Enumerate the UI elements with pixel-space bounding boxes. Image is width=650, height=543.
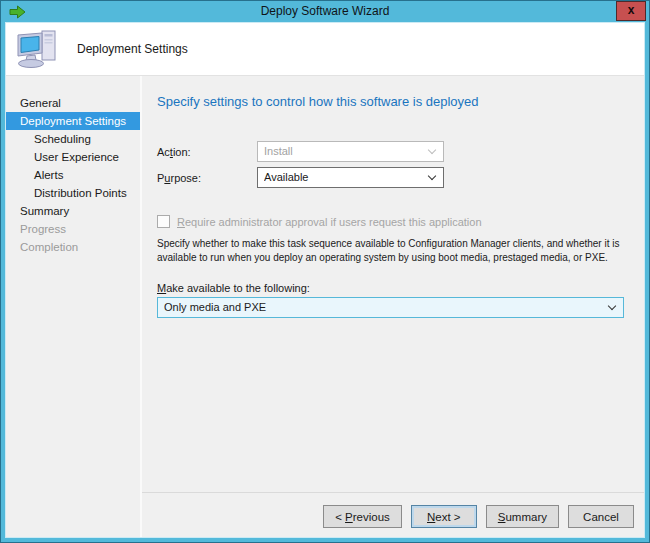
approval-label: Require administrator approval if users …	[177, 216, 482, 228]
purpose-dropdown[interactable]: Available	[257, 167, 444, 188]
cancel-button[interactable]: Cancel	[568, 505, 634, 528]
sidebar-item-user-experience[interactable]: User Experience	[6, 148, 140, 166]
window-title: Deploy Software Wizard	[1, 4, 649, 18]
content-panel: Specify settings to control how this sof…	[142, 76, 644, 492]
sidebar-item-general[interactable]: General	[6, 94, 140, 112]
action-value: Install	[264, 142, 429, 161]
approval-row: Require administrator approval if users …	[157, 215, 624, 228]
close-icon: x	[628, 3, 635, 17]
client-area: Deployment Settings General Deployment S…	[6, 23, 644, 537]
sidebar-item-deployment-settings[interactable]: Deployment Settings	[6, 112, 140, 130]
wizard-header: Deployment Settings	[6, 23, 644, 76]
sidebar-item-alerts[interactable]: Alerts	[6, 166, 140, 184]
approval-checkbox	[157, 215, 170, 228]
chevron-down-icon	[608, 301, 616, 309]
sidebar-item-progress: Progress	[6, 220, 140, 238]
make-available-wrap: Only media and PXE	[157, 297, 624, 318]
action-dropdown: Install	[257, 141, 444, 162]
previous-button[interactable]: < Previous	[323, 505, 402, 528]
make-available-label: Make available to the following:	[157, 282, 624, 294]
purpose-row: Purpose: Available	[157, 167, 624, 188]
purpose-label: Purpose:	[157, 172, 257, 184]
wizard-body: General Deployment Settings Scheduling U…	[6, 76, 644, 537]
action-label: Action:	[157, 146, 257, 158]
chevron-down-icon	[428, 171, 436, 179]
page-title: Deployment Settings	[77, 42, 188, 56]
make-available-dropdown[interactable]: Only media and PXE	[157, 297, 624, 318]
sidebar-item-scheduling[interactable]: Scheduling	[6, 130, 140, 148]
wizard-window: Deploy Software Wizard x Deployment Sett…	[0, 0, 650, 543]
content-heading: Specify settings to control how this sof…	[157, 94, 624, 109]
computer-icon	[15, 29, 61, 69]
title-bar: Deploy Software Wizard x	[1, 1, 649, 22]
wizard-steps-sidebar: General Deployment Settings Scheduling U…	[6, 76, 140, 537]
button-bar: < Previous Next > Summary Cancel	[142, 492, 644, 537]
description-text: Specify whether to make this task sequen…	[157, 237, 635, 265]
sidebar-item-completion: Completion	[6, 238, 140, 256]
action-row: Action: Install	[157, 141, 624, 162]
make-available-value: Only media and PXE	[164, 298, 609, 317]
content-column: Specify settings to control how this sof…	[142, 76, 644, 537]
chevron-down-icon	[428, 145, 436, 153]
summary-button[interactable]: Summary	[486, 505, 559, 528]
sidebar-item-distribution-points[interactable]: Distribution Points	[6, 184, 140, 202]
purpose-value: Available	[264, 168, 429, 187]
close-button[interactable]: x	[616, 1, 646, 21]
next-button[interactable]: Next >	[411, 505, 477, 528]
sidebar-item-summary[interactable]: Summary	[6, 202, 140, 220]
